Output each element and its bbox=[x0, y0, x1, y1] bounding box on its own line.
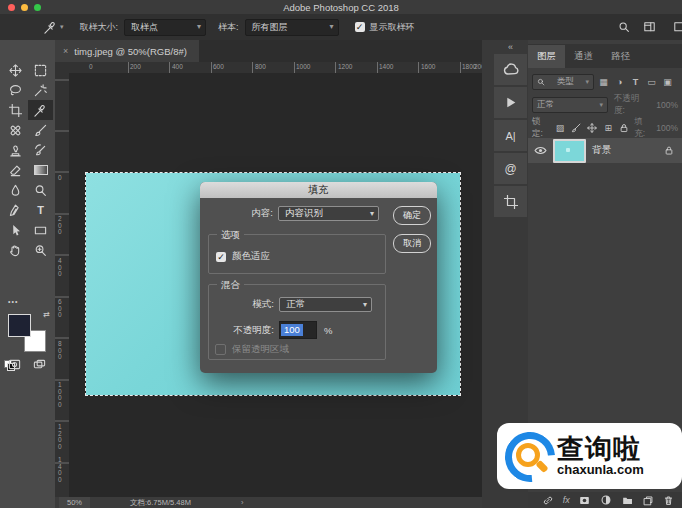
link-layers-icon[interactable] bbox=[542, 495, 554, 506]
fill-dialog-title[interactable]: 填充 bbox=[200, 182, 437, 198]
filter-adjustment-layers-icon[interactable]: ◑ bbox=[613, 77, 626, 87]
lock-transparency-icon[interactable]: ▨ bbox=[554, 123, 566, 133]
rectangle-shape-tool[interactable] bbox=[28, 220, 53, 240]
glyphs-panel-icon[interactable]: @ bbox=[494, 153, 527, 184]
layer-name: 背景 bbox=[592, 144, 611, 157]
document-tab[interactable]: × timg.jpeg @ 50%(RGB/8#) bbox=[55, 40, 199, 62]
type-tool[interactable]: T bbox=[28, 200, 53, 220]
crop-tool[interactable] bbox=[3, 100, 28, 120]
foreground-color-swatch[interactable] bbox=[8, 314, 31, 337]
status-chevron-icon[interactable]: › bbox=[241, 498, 244, 507]
filter-type-layers-icon[interactable]: T bbox=[629, 77, 642, 87]
ok-button[interactable]: 确定 bbox=[393, 206, 431, 225]
blending-group: 混合 模式: 正常▾ 不透明度: 100 % 保留透明区域 bbox=[208, 284, 386, 360]
cancel-button[interactable]: 取消 bbox=[393, 234, 431, 253]
filter-type-dropdown[interactable]: 类型 ▾ bbox=[532, 74, 594, 90]
opacity-input[interactable]: 100 bbox=[279, 321, 317, 339]
magic-wand-tool[interactable] bbox=[28, 80, 53, 100]
sample-size-dropdown[interactable]: 取样点▾ bbox=[124, 19, 206, 36]
quick-mask-icon[interactable] bbox=[4, 356, 24, 372]
new-group-folder-icon[interactable] bbox=[621, 495, 634, 506]
adjustment-layer-icon[interactable] bbox=[600, 494, 612, 506]
layer-mask-icon[interactable] bbox=[578, 495, 591, 506]
tab-channels[interactable]: 通道 bbox=[565, 45, 602, 68]
tab-layers[interactable]: 图层 bbox=[528, 45, 565, 68]
mode-dropdown[interactable]: 正常▾ bbox=[279, 297, 372, 312]
blend-mode-dropdown[interactable]: 正常 ▾ bbox=[532, 97, 608, 113]
fill-value[interactable]: 100% bbox=[656, 123, 678, 133]
eyedropper-preset-icon[interactable] bbox=[44, 21, 57, 34]
gradient-tool[interactable] bbox=[28, 160, 53, 180]
content-dropdown[interactable]: 内容识别▾ bbox=[278, 206, 379, 221]
color-swatches: ⇄ bbox=[6, 312, 50, 354]
brush-tool[interactable] bbox=[28, 120, 53, 140]
zoom-tool[interactable] bbox=[28, 240, 53, 260]
filter-pixel-layers-icon[interactable]: ▦ bbox=[597, 77, 610, 87]
path-selection-tool[interactable] bbox=[3, 220, 28, 240]
close-tab-icon[interactable]: × bbox=[63, 46, 68, 56]
layer-style-fx-icon[interactable]: fx bbox=[563, 495, 570, 505]
search-icon[interactable] bbox=[618, 21, 630, 33]
layer-filter-row: 类型 ▾ ▦ ◑ T ▭ ▣ bbox=[528, 73, 682, 91]
fill-label: 填充: bbox=[634, 116, 652, 140]
sample-label: 样本: bbox=[218, 21, 239, 34]
color-adaptation-checkbox[interactable]: ✓ bbox=[216, 252, 226, 262]
history-brush-tool[interactable] bbox=[28, 140, 53, 160]
pen-tool[interactable] bbox=[3, 200, 28, 220]
collapse-panels-icon[interactable]: « bbox=[494, 40, 527, 54]
traffic-lights bbox=[8, 4, 41, 11]
dodge-tool[interactable] bbox=[28, 180, 53, 200]
panel-icon-clipped[interactable] bbox=[673, 21, 682, 33]
blur-tool[interactable] bbox=[3, 180, 28, 200]
opacity-label: 不透明度: bbox=[201, 324, 279, 337]
close-window-button[interactable] bbox=[8, 4, 15, 11]
lock-label: 锁定: bbox=[532, 116, 550, 140]
spot-healing-brush-tool[interactable] bbox=[3, 120, 28, 140]
zoom-window-button[interactable] bbox=[34, 4, 41, 11]
lock-paint-icon[interactable] bbox=[570, 123, 582, 133]
swap-colors-icon[interactable]: ⇄ bbox=[43, 310, 50, 319]
minimize-window-button[interactable] bbox=[21, 4, 28, 11]
eraser-tool[interactable] bbox=[3, 160, 28, 180]
actions-panel-icon[interactable] bbox=[494, 87, 527, 118]
chaxunla-logo-icon bbox=[503, 430, 555, 482]
opacity-label: 不透明度: bbox=[614, 93, 650, 117]
hand-tool[interactable] bbox=[3, 240, 28, 260]
opacity-value[interactable]: 100% bbox=[656, 100, 678, 110]
lock-artboard-icon[interactable]: ⊞ bbox=[602, 123, 614, 133]
rectangular-marquee-tool[interactable] bbox=[28, 60, 53, 80]
screen-mode-icon[interactable] bbox=[29, 356, 49, 372]
crop-panel-icon[interactable] bbox=[494, 186, 527, 217]
new-layer-icon[interactable] bbox=[642, 495, 654, 506]
move-tool[interactable] bbox=[3, 60, 28, 80]
chevron-down-icon: ▾ bbox=[363, 300, 367, 309]
lock-position-icon[interactable] bbox=[586, 123, 598, 133]
lock-all-icon[interactable] bbox=[618, 123, 630, 133]
clone-stamp-tool[interactable] bbox=[3, 140, 28, 160]
show-sampling-ring-checkbox[interactable]: ✓ bbox=[355, 22, 365, 32]
visibility-eye-icon[interactable] bbox=[534, 145, 547, 156]
filter-shape-layers-icon[interactable]: ▭ bbox=[645, 77, 658, 87]
lock-row: 锁定: ▨ ⊞ 填充: 100% bbox=[528, 120, 682, 136]
panel-tabs: 图层 通道 路径 bbox=[528, 44, 682, 68]
libraries-panel-icon[interactable] bbox=[494, 54, 527, 85]
options-group-label: 选项 bbox=[217, 229, 244, 242]
workspace-icon[interactable] bbox=[643, 21, 656, 33]
filter-smart-objects-icon[interactable]: ▣ bbox=[661, 77, 674, 87]
layer-row-background[interactable]: 背景 bbox=[528, 138, 682, 163]
vertical-ruler[interactable]: 0 200 400 600 800 1000 1200 1400 bbox=[55, 73, 70, 497]
tab-paths[interactable]: 路径 bbox=[602, 45, 639, 68]
character-panel-icon[interactable]: A| bbox=[494, 120, 527, 151]
tool-preset-caret[interactable]: ▾ bbox=[60, 23, 64, 31]
document-tab-bar: × timg.jpeg @ 50%(RGB/8#) bbox=[55, 40, 482, 62]
layer-thumbnail[interactable] bbox=[553, 139, 586, 163]
delete-layer-trash-icon[interactable] bbox=[663, 495, 674, 506]
sample-dropdown[interactable]: 所有图层▾ bbox=[245, 19, 339, 36]
mode-label: 模式: bbox=[201, 298, 279, 311]
edit-toolbar-ellipsis[interactable]: ••• bbox=[8, 298, 18, 305]
tools-panel: T ••• ⇄ bbox=[0, 40, 55, 508]
eyedropper-tool[interactable] bbox=[28, 100, 53, 120]
zoom-level-field[interactable]: 50% bbox=[59, 497, 90, 508]
watermark: 查询啦 chaxunla.com bbox=[497, 423, 682, 489]
lasso-tool[interactable] bbox=[3, 80, 28, 100]
